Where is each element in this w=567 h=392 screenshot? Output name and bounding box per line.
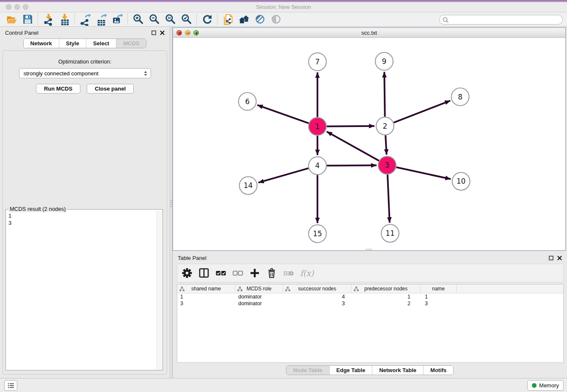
show-hide-button[interactable] [268,13,284,26]
graph-node-8[interactable]: 8 [451,88,469,106]
tab-mcds[interactable]: MCDS [116,39,146,48]
column-header-predecessor-nodes[interactable]: predecessor nodes [352,284,421,293]
minimize-window-icon[interactable] [14,4,20,10]
status-bar: Memory [0,378,567,392]
float-table-panel-icon[interactable] [549,256,553,260]
network-home-icon [238,14,250,26]
graph-edge-2-3[interactable] [385,135,386,155]
import-table-button[interactable] [56,13,72,26]
tab-style[interactable]: Style [59,39,86,48]
graph-edge-2-9[interactable] [384,72,385,117]
tab-node-table[interactable]: Node Table [286,366,330,375]
hierarchy-icon [237,287,242,291]
add-column-button[interactable] [248,267,261,279]
close-window-icon[interactable] [6,4,11,10]
svg-text:6: 6 [245,97,250,106]
zoom-in-button[interactable] [130,13,146,26]
graph-node-6[interactable]: 6 [239,93,256,110]
function-builder-icon: f(x) [299,268,314,278]
network-minimize-icon[interactable] [185,30,190,36]
graph-edge-3-10[interactable] [396,167,451,179]
refresh-network-button[interactable] [199,13,215,26]
table-mode-gear-button[interactable] [181,267,193,279]
mcds-result-item: 1 [8,212,156,219]
toggle-details-icon [254,14,266,26]
select-all-rows-button[interactable] [215,267,227,279]
export-image-button[interactable] [109,13,125,26]
cell: 2 [352,300,421,307]
tab-network-table[interactable]: Network Table [372,366,424,375]
float-panel-icon[interactable] [151,30,156,35]
save-session-button[interactable] [19,13,36,26]
graph-node-10[interactable]: 10 [452,172,470,190]
run-mcds-button[interactable]: Run MCDS [36,84,80,94]
open-session-button[interactable] [3,13,19,26]
graph-node-11[interactable]: 11 [381,224,399,242]
column-header-MCDS-role[interactable]: MCDS role [235,284,283,293]
memory-button[interactable]: Memory [527,380,564,391]
network-canvas[interactable]: 7968124314101511 [173,38,565,250]
canvas-grip-icon [366,248,373,250]
graph-node-15[interactable]: 15 [308,225,326,243]
import-network-button[interactable] [40,13,56,26]
graph-edge-3-1[interactable] [327,132,379,161]
network-window-titlebar[interactable]: scc.txt [173,28,565,38]
deselect-all-rows-button[interactable] [231,267,244,279]
tab-network[interactable]: Network [24,39,59,48]
search-input[interactable] [439,15,563,25]
main-toolbar [0,13,567,27]
column-header-successor-nodes[interactable]: successor nodes [283,284,352,293]
close-panel-icon[interactable] [160,30,165,35]
delete-columns-icon [266,268,277,279]
graph-edge-4-3[interactable] [327,166,377,166]
graph-edge-4-14[interactable] [259,168,309,182]
add-column-icon [249,268,260,279]
tab-motifs[interactable]: Motifs [424,366,453,375]
cell: dominator [235,300,283,307]
show-hide-icon [270,14,282,26]
control-panel-tabs: NetworkStyleSelectMCDS [0,39,170,48]
graph-edge-1-2[interactable] [327,126,374,127]
graph-node-9[interactable]: 9 [375,52,393,70]
delete-table-button [282,267,295,279]
network-home-button[interactable] [236,13,252,26]
task-history-button[interactable] [4,380,17,391]
optimization-criterion-select[interactable]: strongly connected component [19,68,151,78]
graph-node-3[interactable]: 3 [378,156,396,174]
graph-edge-3-11[interactable] [388,174,390,223]
column-header-name[interactable]: name [421,284,457,293]
zoom-selected-button[interactable] [178,13,194,26]
graph-node-14[interactable]: 14 [239,177,257,194]
node-table: shared nameMCDS rolesuccessor nodesprede… [177,284,564,363]
toggle-details-button[interactable] [252,13,268,26]
table-row[interactable]: 3dominator323 [177,300,563,307]
export-table-button[interactable] [93,13,109,26]
clone-network-button[interactable] [220,13,236,26]
tab-edge-table[interactable]: Edge Table [330,366,372,375]
close-panel-button[interactable]: Close panel [87,84,134,94]
graph-edge-1-6[interactable] [257,105,308,123]
result-scrollbar[interactable] [157,211,162,370]
graph-node-7[interactable]: 7 [308,53,326,71]
select-all-rows-icon [215,268,226,279]
search-box [439,15,563,25]
graph-node-1[interactable]: 1 [308,118,326,135]
panel-divider[interactable] [170,27,173,378]
zoom-out-button[interactable] [146,13,162,26]
close-table-panel-icon[interactable] [557,256,562,260]
graph-node-4[interactable]: 4 [308,157,326,174]
maximize-window-icon[interactable] [23,4,28,10]
graph-edge-2-8[interactable] [394,101,450,123]
delete-columns-button[interactable] [265,267,278,279]
split-panel-button[interactable] [198,267,210,279]
network-close-icon[interactable] [176,30,182,36]
column-label: name [432,286,445,292]
export-network-button[interactable] [77,13,93,26]
network-maximize-icon[interactable] [193,30,199,36]
column-header-shared-name[interactable]: shared name [177,284,235,293]
table-row[interactable]: 1dominator411 [177,293,563,300]
toolbar-separator [217,14,217,25]
tab-select[interactable]: Select [86,39,116,48]
zoom-fit-button[interactable] [162,13,178,26]
graph-node-2[interactable]: 2 [376,117,394,135]
